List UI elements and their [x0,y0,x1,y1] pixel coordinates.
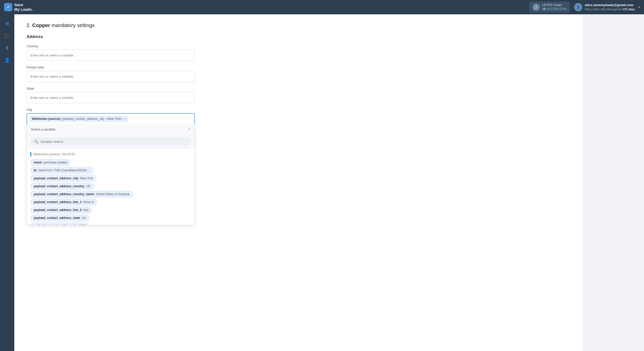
subsection-label: Address [27,34,571,39]
main-content: 2. Copper mandatory settings Address Cou… [14,14,583,351]
dropdown-title: Select a variable [31,127,55,131]
tag-remove-button[interactable]: × [124,117,126,120]
variable-item[interactable]: id: 24a7e742-77d0-11ed-86dd-635233 ... [30,167,93,174]
variable-list: Webhooks (source): Get DATA event: purch… [27,148,195,225]
city-label: City [27,108,571,112]
user-menu[interactable]: 👤 alice.savemyleads@gmail.com Plan | Sta… [574,3,640,11]
country-label: Country [27,44,571,48]
variable-item[interactable]: payload_contact_address_city: New York [30,175,96,182]
state-input[interactable] [27,92,195,103]
variable-dropdown: Select a variable × 🔍 Webhooks (source):… [27,124,195,225]
info-icon: i [532,4,540,11]
section-brand: Copper [32,22,50,28]
leads-usage-widget: i LEADS usage: 18 of 2'000 (1%) [529,2,570,13]
sidebar-item-billing[interactable]: $ [2,43,12,53]
variable-item[interactable]: payload_contact_address_zip: 1111 [30,223,89,225]
country-field-group: Country [27,44,571,61]
variable-item[interactable]: payload_contact_address_country: US [30,183,94,190]
sidebar-item-profile[interactable]: 👤 [2,55,12,65]
section-name: Webhooks (source): Get DATA [33,153,75,156]
app-header: ✓ Save My Leads. i LEADS usage: 18 of 2'… [0,0,644,14]
country-input[interactable] [27,50,195,61]
variable-item[interactable]: payload_contact_address_country_name: Un… [30,191,133,197]
logo-text: Save My Leads. [14,3,33,12]
search-wrapper: 🔍 [27,135,195,148]
leads-label: LEADS usage: [542,3,566,7]
variable-section-header: Webhooks (source): Get DATA [27,150,195,158]
leads-count: 18 [542,7,547,11]
variable-item[interactable]: payload_contact_address_line_2: test [30,207,92,213]
state-field-group: State [27,87,571,103]
sidebar-item-connections[interactable]: ⬛ [2,31,12,41]
variable-items: event: purchase.createdid: 24a7e742-77d0… [27,158,195,225]
state-label: State [27,87,571,90]
leads-total: of 2'000 (1%) [547,7,566,11]
section-number: 2. [27,22,31,28]
user-plan: Plan | Start | left until payment 371 da… [585,7,635,11]
search-box: 🔍 [30,137,191,146]
postal-code-field-group: Postal code [27,65,571,82]
logo-icon: ✓ [4,3,12,11]
search-icon: 🔍 [34,139,38,144]
right-panel [583,14,644,351]
variable-item[interactable]: payload_contact_address_line_1: Nova st [30,199,97,205]
leads-value: 18 of 2'000 (1%) [542,7,566,11]
dropdown-header: Select a variable × [27,124,195,135]
tag-value: «New York» [106,117,122,121]
app-body: ⊞ ⬛ $ 👤 2. Copper mandatory settings Add… [0,14,644,351]
sidebar-item-home[interactable]: ⊞ [2,18,12,29]
chevron-down-icon: ▾ [638,5,640,9]
tag-key: | payload_contact_address_city: [61,117,105,121]
dropdown-close-button[interactable]: × [188,127,191,132]
user-email: alice.savemyleads@gmail.com [585,3,635,7]
postal-code-input[interactable] [27,71,195,82]
city-input[interactable]: Webhooks (source) | payload_contact_addr… [27,113,195,124]
section-title: 2. Copper mandatory settings [27,22,571,28]
postal-code-label: Postal code [27,65,571,69]
logo[interactable]: ✓ Save My Leads. [4,3,33,12]
variable-item[interactable]: payload_contact_address_state: AA [30,215,89,221]
tag-source: Webhooks (source) [32,117,60,121]
variable-item[interactable]: event: purchase.created [30,159,70,166]
city-field-group: City Webhooks (source) | payload_contact… [27,108,571,225]
sidebar: ⊞ ⬛ $ 👤 [0,14,14,351]
city-tag: Webhooks (source) | payload_contact_addr… [30,116,128,122]
avatar: 👤 [574,3,582,11]
variable-search-input[interactable] [40,140,188,144]
section-bar [30,152,31,157]
